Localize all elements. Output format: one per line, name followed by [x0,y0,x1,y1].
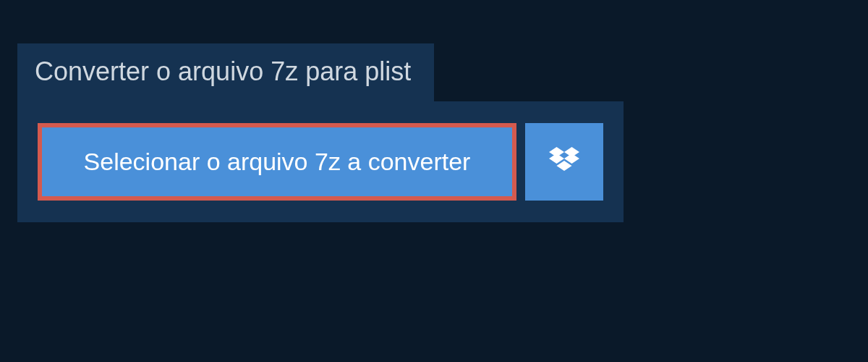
upload-panel: Selecionar o arquivo 7z a converter [17,101,624,222]
select-file-button[interactable]: Selecionar o arquivo 7z a converter [38,123,516,201]
dropbox-icon [549,147,579,177]
page-title: Converter o arquivo 7z para plist [17,43,434,101]
converter-panel: Converter o arquivo 7z para plist Seleci… [0,0,868,222]
dropbox-button[interactable] [525,123,603,201]
select-file-label: Selecionar o arquivo 7z a converter [84,148,471,176]
